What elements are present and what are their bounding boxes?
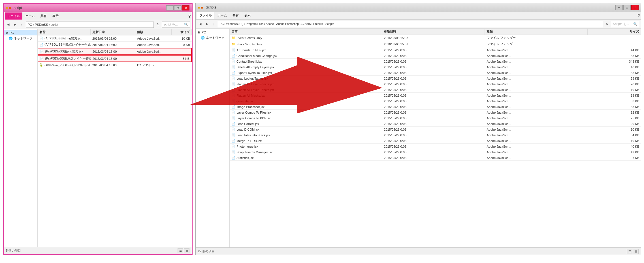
close-button[interactable]: ✕: [182, 5, 189, 10]
right-file-type: ファイル フォルダー: [485, 41, 588, 47]
right-file-row-3[interactable]: 📄 Conditional Mode Change.jsx 2015/05/29…: [230, 53, 641, 59]
right-file-date: 2015/05/29 0:05: [382, 155, 485, 160]
left-statusbar: 5 個の項目 ☰ ▦: [4, 247, 192, 254]
pc-icon: 🖥: [5, 31, 8, 35]
right-file-name: Flatten All Layer Effects.jsx: [236, 82, 274, 86]
file-date: 2016/03/04 16:00: [91, 49, 135, 54]
maximize-button[interactable]: □: [174, 5, 182, 10]
right-file-date: 2015/05/29 0:05: [382, 138, 485, 143]
left-tab-view[interactable]: 表示: [50, 12, 61, 20]
right-sidebar-pc-label: PC: [202, 31, 206, 34]
refresh-button[interactable]: ↻: [155, 22, 161, 27]
right-header-name: 名前: [230, 29, 382, 35]
right-file-list-header: 名前 更新日時 種類 サイズ: [230, 29, 641, 35]
left-file-row-3[interactable]: 📄 (Ps)PSDtoSS用原点レイヤー作成.jsx 2016/03/04 16…: [38, 55, 192, 62]
left-main-content: 🖥 PC 🌐 ネットワーク 名前 更新日時 種類 サイズ: [4, 29, 192, 247]
right-help-icon[interactable]: ?: [637, 13, 640, 18]
right-search-box[interactable]: Scripts を... 🔍: [611, 21, 639, 27]
left-file-row-4[interactable]: 🐍 GIMPWin_PSDtoSS_PNGExport.py 2016/03/0…: [38, 62, 192, 68]
minimize-button[interactable]: ─: [166, 5, 174, 10]
left-tab-file[interactable]: ファイル: [5, 12, 22, 20]
file-type: Adobe JavaScri...: [135, 42, 172, 47]
left-tab-home[interactable]: ホーム: [23, 12, 37, 20]
file-name: (AI)PSDtoSS用原点レイヤー作成.jsx: [44, 43, 91, 47]
right-view-list-button[interactable]: ☰: [627, 249, 632, 254]
right-file-row-7[interactable]: 📄 Load LookupTables.jsx 2015/05/29 0:05 …: [230, 76, 641, 81]
right-file-row-8[interactable]: 📄 Flatten All Layer Effects.jsx 2015/05/…: [230, 81, 641, 87]
right-file-row-20[interactable]: 📄 Script Events Manager.jsx 2015/05/29 0…: [230, 149, 641, 155]
right-file-date: 2016/03/08 15:57: [382, 42, 485, 47]
right-tab-home[interactable]: ホーム: [215, 12, 229, 19]
right-file-row-12[interactable]: 📄 Image Processor.jsx 2015/05/29 0:05 Ad…: [230, 104, 641, 110]
left-view-detail-button[interactable]: ▦: [184, 248, 189, 253]
left-file-row-0[interactable]: 📄 (AI)PSDtoSS用png出力.jsx 2016/03/04 16:00…: [38, 35, 192, 42]
right-file-row-5[interactable]: 📄 Delete All Empty Layers.jsx 2015/05/29…: [230, 64, 641, 70]
left-search-box[interactable]: script を... 🔍: [162, 22, 190, 28]
left-addressbar: ◀ ▶ ↑ PC › PSDtoSS › script ↻ script を..…: [4, 20, 192, 29]
right-file-row-13[interactable]: 📄 Layer Comps To Files.jsx 2015/05/29 0:…: [230, 110, 641, 115]
right-tab-share[interactable]: 共有: [230, 12, 241, 19]
sidebar-item-network[interactable]: 🌐 ネットワーク: [4, 35, 37, 41]
right-file-date: 2015/05/29 0:05: [382, 48, 485, 53]
right-file-icon: 📄: [231, 150, 235, 154]
right-file-row-18[interactable]: 📄 Merge To HDR.jsx 2015/05/29 0:05 Adobe…: [230, 138, 641, 144]
right-address-text: PC › Windows (C:) › Program Files › Adob…: [220, 22, 334, 26]
right-close-button[interactable]: ✕: [631, 5, 639, 10]
right-file-row-0[interactable]: 📁 Event Scripts Only 2016/03/08 15:57 ファ…: [230, 35, 641, 41]
right-file-row-19[interactable]: 📄 Photomerge.jsx 2015/05/29 0:05 Adobe J…: [230, 144, 641, 149]
help-icon[interactable]: ?: [188, 14, 191, 18]
right-file-row-2[interactable]: 📄 ArtBoards To PDF.jsx 2015/05/29 0:05 A…: [230, 47, 641, 53]
right-address-path[interactable]: PC › Windows (C:) › Program Files › Adob…: [218, 21, 603, 27]
file-type: Adobe JavaScri...: [135, 36, 172, 41]
right-file-row-17[interactable]: 📄 Load Files into Stack.jsx 2015/05/29 0…: [230, 132, 641, 138]
right-file-list: 名前 更新日時 種類 サイズ 📁 Event Scripts Only 2016…: [230, 29, 641, 247]
right-file-type: Adobe JavaScri...: [485, 104, 588, 109]
right-file-row-15[interactable]: 📄 Lens Correct.jsx 2015/05/29 0:05 Adobe…: [230, 121, 641, 127]
left-file-list: 名前 更新日時 種類 サイズ 📄 (AI)PSDtoSS用png出力.jsx 2…: [38, 29, 192, 247]
right-file-row-10[interactable]: 📄 Flatten All Masks.jsx 2015/05/29 0:05 …: [230, 93, 641, 98]
sidebar-item-pc[interactable]: 🖥 PC: [4, 30, 37, 35]
left-tab-share[interactable]: 共有: [38, 12, 49, 20]
up-button[interactable]: ↑: [19, 22, 25, 27]
right-titlebar: ■ ■ Scripts ─ □ ✕: [196, 3, 641, 12]
right-sidebar-item-network[interactable]: 🌐 ネットワーク: [196, 35, 229, 41]
right-file-date: 2015/05/29 0:05: [382, 127, 485, 132]
right-file-type: Adobe JavaScri...: [485, 93, 588, 98]
right-tab-view[interactable]: 表示: [242, 12, 253, 19]
left-file-row-1[interactable]: 📄 (AI)PSDtoSS用原点レイヤー作成.jsx 2016/03/04 16…: [38, 42, 192, 48]
right-file-row-14[interactable]: 📄 Layer Comps To PDF.jsx 2015/05/29 0:05…: [230, 115, 641, 121]
right-file-row-21[interactable]: 📄 Statistics.jsx 2015/05/29 0:05 Adobe J…: [230, 155, 641, 161]
left-address-path[interactable]: PC › PSDtoSS › script: [26, 22, 154, 28]
right-file-row-6[interactable]: 📄 Export Layers To Files.jsx 2015/05/29 …: [230, 70, 641, 76]
right-file-icon: 📁: [231, 42, 235, 46]
right-file-row-11[interactable]: 📄 generate.jsx 2015/05/29 0:05 Adobe Jav…: [230, 98, 641, 104]
right-file-row-16[interactable]: 📄 Load DICOM.jsx 2015/05/29 0:05 Adobe J…: [230, 127, 641, 132]
left-view-list-button[interactable]: ☰: [178, 248, 183, 253]
right-file-row-1[interactable]: 📁 Stack Scripts Only 2016/03/08 15:57 ファ…: [230, 41, 641, 47]
right-back-button[interactable]: ◀: [197, 21, 203, 27]
right-view-detail-button[interactable]: ▦: [633, 249, 639, 254]
right-file-name: Load DICOM.jsx: [236, 128, 259, 131]
right-file-size: 33 KB: [588, 53, 641, 58]
right-forward-button[interactable]: ▶: [204, 21, 210, 27]
left-address-text: PC › PSDtoSS › script: [28, 23, 58, 26]
right-file-row-9[interactable]: 📄 Flatten All Layer Effects.jsx 2015/05/…: [230, 87, 641, 93]
right-file-type: ファイル フォルダー: [485, 35, 588, 41]
right-minimize-button[interactable]: ─: [615, 5, 623, 10]
header-name: 名前: [38, 29, 91, 35]
right-tab-file[interactable]: ファイル: [197, 12, 214, 19]
title-icon-orange: ■: [9, 6, 11, 10]
right-file-size: 58 KB: [588, 70, 641, 75]
back-button[interactable]: ◀: [5, 22, 11, 27]
right-refresh-button[interactable]: ↻: [604, 21, 610, 27]
right-file-date: 2016/03/08 15:57: [382, 35, 485, 41]
right-file-icon: 📄: [231, 99, 235, 103]
right-file-icon: 📄: [231, 116, 235, 120]
forward-button[interactable]: ▶: [12, 22, 18, 27]
right-sidebar-item-pc[interactable]: 🖥 PC: [196, 30, 229, 35]
right-maximize-button[interactable]: □: [623, 5, 631, 10]
right-file-name: Stack Scripts Only: [236, 43, 262, 46]
right-up-button[interactable]: ↑: [211, 21, 217, 27]
left-file-row-2[interactable]: 📄 (Ps)PSDtoSS用png出力.jsx 2016/03/04 16:00…: [38, 48, 192, 55]
right-file-row-4[interactable]: 📄 ContactSheetII.jsx 2015/05/29 0:05 Ado…: [230, 59, 641, 64]
